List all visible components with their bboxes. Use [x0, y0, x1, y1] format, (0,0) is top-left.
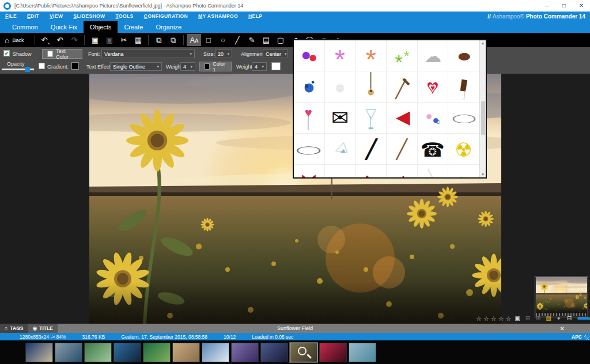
thumb-dolphins[interactable]	[349, 343, 376, 362]
clipart-gavel[interactable]: ╱▬	[387, 71, 418, 103]
tab-objects[interactable]: Objects	[84, 21, 118, 33]
clipart-globe[interactable]: ●■■	[294, 71, 325, 103]
thumb-green-forest[interactable]	[143, 343, 171, 362]
undo-icon[interactable]: ↶	[52, 34, 67, 46]
clipart-bow[interactable]: ⋈	[294, 165, 325, 177]
tab-common[interactable]: Common	[6, 21, 44, 33]
clipart-petals-scattered[interactable]: ●●●	[387, 165, 418, 177]
filmstrip-toggle-icon[interactable]: ▣	[513, 314, 521, 323]
thumb-city-marina[interactable]	[114, 343, 141, 362]
opacity-slider-knob[interactable]	[25, 67, 30, 72]
clipart-golf-ball[interactable]: ●∵	[325, 71, 356, 103]
tab-organize[interactable]: Organize	[149, 21, 188, 33]
gradient-checkbox[interactable]	[39, 63, 45, 69]
paste-icon[interactable]: ▣	[88, 34, 102, 46]
scrollbar-thumb[interactable]	[481, 101, 485, 135]
gradient-color-swatch[interactable]	[71, 62, 79, 70]
undo-all-icon[interactable]: ↶×	[38, 34, 52, 46]
zoom-slider[interactable]	[577, 317, 590, 320]
clipart-martini[interactable]: ▽│▂	[355, 103, 387, 134]
back-button[interactable]: ⌂Back	[0, 36, 32, 44]
tab-create[interactable]: Create	[118, 21, 149, 33]
thumb-goats[interactable]	[172, 343, 200, 362]
line-tool[interactable]: ╱	[230, 34, 244, 46]
clipart-paper-airplane[interactable]: ◁◂	[325, 134, 356, 165]
menu-file[interactable]: FILE	[5, 13, 17, 19]
navigator-preview[interactable]	[535, 276, 588, 317]
menu-my-ashampoo[interactable]: MY ASHAMPOO	[198, 13, 238, 19]
clipart-heart[interactable]: ♥♥♥	[418, 71, 449, 103]
alignment-dropdown[interactable]: Center▾	[263, 50, 288, 58]
opacity-slider[interactable]	[2, 69, 34, 70]
thumb-blue-lantern[interactable]	[25, 343, 53, 362]
zoom-original-icon[interactable]: ▨	[544, 314, 553, 323]
clipart-guitar[interactable]: │●●	[355, 71, 387, 103]
clipart-pacifier[interactable]: ●●○	[418, 103, 449, 134]
center-view-icon[interactable]: ⌖	[554, 314, 563, 323]
rating-star-icon[interactable]: ☆	[491, 314, 497, 323]
tab-quick-fix[interactable]: Quick-Fix	[44, 21, 84, 33]
clipart-football[interactable]: ●—	[448, 40, 479, 71]
text-effect-dropdown[interactable]: Single Outline▾	[110, 62, 162, 71]
duplicate-object-icon[interactable]: ⧉	[166, 34, 180, 46]
text-tool[interactable]: Aᴀ	[187, 34, 201, 46]
rating-star-icon[interactable]: ☆	[476, 314, 482, 323]
scroll-down-icon[interactable]: ▾	[482, 172, 484, 177]
thumb-sunflower-current[interactable]	[290, 343, 317, 362]
clipart-rose-petals[interactable]: ●●●	[355, 165, 387, 177]
thumb-purple-skyline[interactable]	[231, 343, 259, 362]
clipart-pen[interactable]: ╱╱	[355, 134, 387, 165]
menu-slideshow[interactable]: SLIDESHOW	[73, 13, 105, 19]
text-color-button[interactable]: Text Color	[42, 49, 82, 59]
color1-button[interactable]: Color 1	[199, 62, 232, 71]
clipart-heart-lollipop[interactable]: ♥│	[294, 103, 325, 134]
outline-color-swatch[interactable]	[271, 62, 281, 70]
weight2-dropdown[interactable]: 4▾	[252, 62, 267, 71]
close-caption-bar-button[interactable]: ✕	[560, 325, 565, 332]
scroll-up-icon[interactable]: ▴	[482, 40, 484, 46]
delete-icon[interactable]: ▦	[131, 34, 145, 46]
shadow-checkbox[interactable]: ✔	[3, 50, 10, 56]
clipart-scrollbar[interactable]: ▴ ▾	[479, 40, 486, 177]
clipart-envelope[interactable]: ✉	[325, 103, 356, 134]
pencil-tool[interactable]: ✎	[244, 34, 259, 46]
size-dropdown[interactable]: 20▾	[215, 50, 232, 58]
rectangle-tool[interactable]: □	[201, 34, 215, 46]
clipart-stick[interactable]: ╱	[387, 134, 418, 165]
fit-window-icon[interactable]: ⊞	[534, 314, 542, 323]
clipart-fireworks-pink[interactable]: *	[325, 40, 356, 71]
clipart-gold-rings[interactable]: ∞	[325, 165, 356, 177]
rating-star-icon[interactable]: ☆	[506, 314, 512, 323]
ellipse-tool[interactable]: ○	[215, 34, 230, 46]
resize-grip[interactable]	[584, 335, 589, 340]
clipart-fireworks-orange[interactable]: *	[355, 40, 387, 71]
thumb-porthole[interactable]	[55, 343, 82, 362]
thumb-city-dusk[interactable]	[260, 343, 288, 362]
clipart-cable[interactable]: ∿	[448, 165, 479, 177]
clipart-megaphone[interactable]: ◀	[387, 103, 418, 134]
clipart-ice-cream-bar[interactable]: ▮│	[448, 71, 479, 103]
menu-tools[interactable]: TOOLS	[115, 13, 133, 19]
thumb-bamboo[interactable]	[84, 343, 112, 362]
menu-configuration[interactable]: CONFIGURATION	[144, 13, 188, 19]
rating-star-icon[interactable]: ☆	[498, 314, 504, 323]
clipart-fireworks-green[interactable]: **	[387, 40, 418, 71]
one-to-one-icon[interactable]: ⊞	[523, 314, 532, 323]
minimize-button[interactable]: –	[538, 0, 555, 12]
insert-image-tool[interactable]: ▤	[259, 34, 273, 46]
redo-icon[interactable]: ↷	[67, 34, 81, 46]
clipart-smoke[interactable]: ☁	[418, 40, 449, 71]
arrange-objects-icon[interactable]: ⧉	[152, 34, 166, 46]
cut-icon[interactable]: ✂	[116, 34, 131, 46]
maximize-button[interactable]: □	[555, 0, 573, 12]
menu-help[interactable]: HELP	[248, 13, 262, 19]
clipart-balloons[interactable]: ●●	[294, 40, 325, 71]
menu-view[interactable]: VIEW	[50, 13, 63, 19]
thumb-red-building[interactable]	[319, 343, 347, 362]
clipart-radiation[interactable]: ☢	[448, 134, 479, 165]
copy-icon[interactable]: ▣	[102, 34, 116, 46]
menu-edit[interactable]: EDIT	[27, 13, 39, 19]
clipart-telephone[interactable]: ☎	[418, 134, 449, 165]
screen-preview-icon[interactable]: ⊟	[565, 314, 573, 323]
thumb-mountain-lake[interactable]	[202, 343, 229, 362]
